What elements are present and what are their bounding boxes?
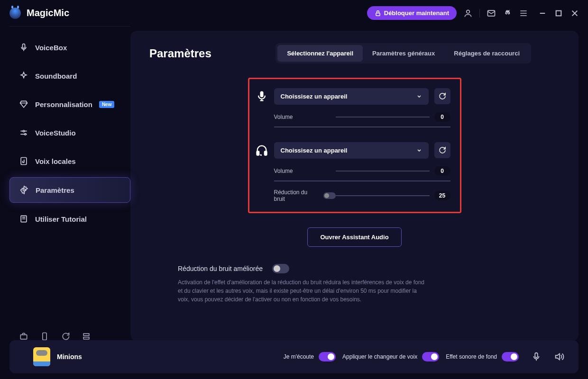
sidebar-item-personalization[interactable]: Personnalisation New — [9, 92, 130, 117]
minimize-button[interactable] — [539, 9, 546, 17]
gear-icon — [19, 185, 29, 195]
svg-point-5 — [23, 130, 24, 132]
separator — [479, 9, 480, 18]
bg-sound-toggle[interactable] — [502, 352, 519, 361]
svg-rect-13 — [83, 337, 89, 339]
svg-rect-12 — [83, 334, 89, 335]
svg-rect-11 — [43, 333, 46, 340]
mail-icon[interactable] — [487, 9, 496, 18]
sidebar-item-settings[interactable]: Paramètres — [9, 177, 130, 203]
unlock-label: Débloquer maintenant — [384, 9, 449, 17]
book-icon — [19, 214, 28, 224]
headphones-icon — [255, 141, 268, 160]
footer-bar: Minions Je m'écoute Appliquer le changeu… — [9, 340, 579, 373]
divider — [274, 180, 450, 181]
briefcase-icon[interactable] — [19, 332, 28, 341]
device-highlight-box: Choissisez un appareil Volume 0 Choissis… — [248, 78, 461, 213]
menu-icon[interactable] — [519, 9, 528, 18]
svg-rect-0 — [376, 13, 380, 16]
user-icon[interactable] — [463, 9, 473, 18]
sidebar-item-label: Personnalisation — [35, 100, 92, 108]
mic-device-select[interactable]: Choissisez un appareil — [274, 88, 429, 105]
open-audio-assistant-button[interactable]: Ouvrer Assistant Audio — [307, 227, 401, 247]
stack-icon[interactable] — [82, 332, 91, 341]
app-name: MagicMic — [27, 8, 69, 18]
content-panel: Paramètres Sélectionnez l'appareil Param… — [130, 31, 579, 341]
noise-reduction-toggle[interactable] — [323, 192, 336, 199]
tab-select-device[interactable]: Sélectionnez l'appareil — [277, 45, 363, 62]
svg-point-6 — [25, 134, 26, 135]
sparkle-icon — [19, 71, 28, 81]
sidebar-item-label: Soundboard — [35, 72, 77, 80]
divider — [274, 126, 450, 127]
sidebar-item-label: Voix locales — [35, 157, 76, 165]
close-button[interactable] — [571, 9, 579, 17]
sliders-icon — [19, 128, 28, 137]
enhanced-noise-title: Réduction du bruit améliorée — [178, 265, 263, 272]
tab-shortcut[interactable]: Réglages de raccourci — [444, 45, 529, 62]
headphone-volume-label: Volume — [274, 168, 336, 174]
svg-rect-10 — [20, 335, 27, 339]
headphone-volume-slider[interactable] — [336, 171, 430, 171]
svg-point-1 — [467, 10, 470, 13]
diamond-icon — [19, 99, 28, 109]
mic-volume-value: 0 — [434, 112, 450, 122]
svg-rect-15 — [257, 151, 259, 155]
chevron-down-icon — [416, 147, 422, 153]
chevron-down-icon — [416, 93, 422, 99]
apply-voice-toggle[interactable] — [422, 352, 439, 361]
mic-volume-slider[interactable] — [336, 117, 430, 117]
unlock-button[interactable]: Débloquer maintenant — [367, 6, 457, 20]
chat-icon[interactable] — [61, 332, 70, 341]
discord-icon[interactable] — [503, 9, 512, 18]
mic-refresh-button[interactable] — [434, 88, 450, 104]
headphone-device-select[interactable]: Choissisez un appareil — [274, 142, 429, 159]
noise-reduction-label: Réduction du bruit — [274, 189, 336, 202]
voice-avatar-icon — [33, 347, 50, 366]
noise-reduction-value: 25 — [434, 191, 450, 200]
sidebar-item-voicebox[interactable]: VoiceBox — [9, 35, 130, 60]
microphone-icon — [255, 87, 268, 106]
new-badge: New — [99, 101, 115, 108]
svg-rect-4 — [23, 44, 25, 48]
noise-reduction-slider[interactable] — [336, 195, 430, 196]
app-logo-icon — [9, 8, 21, 19]
mic-icon — [19, 43, 28, 52]
lock-icon — [375, 10, 381, 17]
footer-mic-icon[interactable] — [531, 352, 542, 362]
headphone-refresh-button[interactable] — [434, 142, 450, 158]
sidebar-item-label: Paramètres — [36, 186, 74, 194]
enhanced-noise-toggle[interactable] — [272, 264, 289, 273]
enhanced-noise-block: Réduction du bruit améliorée Activation … — [178, 264, 424, 304]
voice-name: Minions — [57, 353, 82, 361]
page-title: Paramètres — [149, 47, 211, 60]
tab-general[interactable]: Paramètres généraux — [363, 45, 444, 62]
mic-volume-label: Volume — [274, 114, 336, 120]
music-file-icon — [19, 156, 28, 166]
svg-rect-14 — [260, 91, 263, 98]
tabs: Sélectionnez l'appareil Paramètres génér… — [276, 43, 531, 63]
phone-icon[interactable] — [40, 332, 49, 341]
sidebar-item-label: Utiliser Tutorial — [35, 215, 87, 223]
maximize-button[interactable] — [555, 9, 562, 17]
listen-label: Je m'écoute — [284, 353, 314, 360]
bg-sound-label: Effet sonore de fond — [446, 353, 497, 360]
listen-toggle[interactable] — [319, 352, 336, 361]
sidebar-item-label: VoiceStudio — [35, 129, 76, 137]
sidebar-item-voicestudio[interactable]: VoiceStudio — [9, 120, 130, 145]
logo-group: MagicMic — [9, 8, 69, 19]
svg-rect-16 — [264, 151, 266, 155]
mic-select-label: Choissisez un appareil — [281, 93, 348, 100]
headphone-volume-value: 0 — [434, 166, 450, 176]
svg-rect-3 — [556, 10, 561, 16]
headphone-select-label: Choissisez un appareil — [281, 147, 348, 154]
svg-rect-17 — [535, 353, 538, 358]
sidebar-item-tutorial[interactable]: Utiliser Tutorial — [9, 207, 130, 231]
current-voice[interactable]: Minions — [33, 347, 82, 366]
sidebar-item-label: VoiceBox — [35, 44, 67, 52]
titlebar: MagicMic Débloquer maintenant — [0, 0, 588, 26]
sidebar-item-soundboard[interactable]: Soundboard — [9, 63, 130, 88]
sidebar: VoiceBox Soundboard Personnalisation New… — [9, 26, 130, 346]
footer-speaker-icon[interactable] — [554, 352, 564, 362]
sidebar-item-local-voices[interactable]: Voix locales — [9, 149, 130, 173]
